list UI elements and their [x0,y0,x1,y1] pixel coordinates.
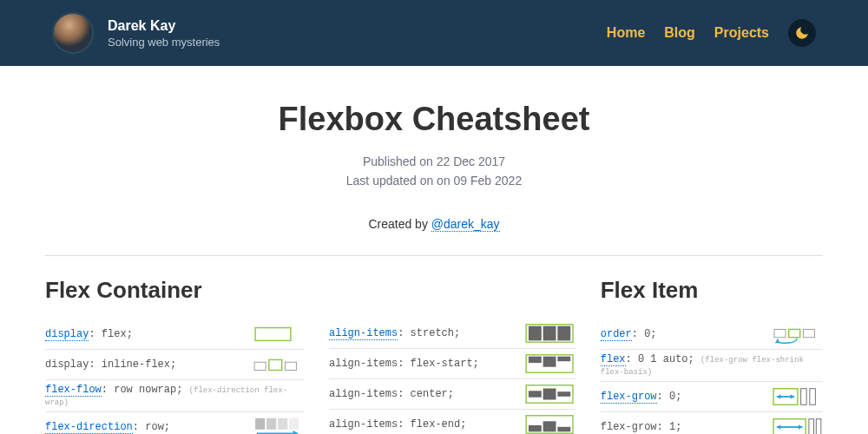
svg-marker-9 [293,430,299,434]
svg-rect-35 [810,388,816,404]
nav-blog[interactable]: Blog [664,25,695,41]
svg-marker-32 [777,394,781,399]
svg-rect-27 [789,329,800,337]
prop-row: align-items: flex-end; [329,410,576,434]
prop-row: display: inline-flex; [45,350,305,380]
prop-row: flex-flow: row nowrap; (flex-direction f… [45,380,305,412]
site-header: Darek Kay Solving web mysteries Home Blo… [0,0,868,66]
nav-home[interactable]: Home [607,25,645,41]
prop-link[interactable]: display [45,328,89,341]
section-heading-item: Flex Item [601,277,823,304]
section-heading-container: Flex Container [45,277,305,304]
svg-marker-33 [791,394,795,399]
svg-rect-23 [529,425,542,431]
prop-row: order: 0; [601,319,823,350]
prop-row: align-items: flex-start; [329,349,576,379]
prop-link[interactable]: flex [601,353,626,366]
byline: Created by @darek_kay [45,217,823,231]
prop-link[interactable]: flex-direction [45,421,133,434]
svg-rect-17 [557,356,570,361]
svg-rect-0 [255,327,291,340]
diagram-flex-start [524,352,576,375]
prop-row: align-items: stretch; [329,319,576,349]
prop-row: flex-grow: 1; [601,412,823,434]
svg-rect-28 [803,329,814,337]
update-date: Last updated on on 09 Feb 2022 [45,171,823,190]
svg-rect-21 [557,391,570,397]
svg-rect-41 [816,418,821,434]
diagram-order [771,323,823,345]
avatar [52,12,94,54]
diagram-grow-0 [771,385,823,408]
svg-rect-13 [557,326,570,340]
svg-marker-29 [775,339,780,343]
diagram-center [524,383,576,405]
prop-link[interactable]: flex-grow [601,391,657,404]
diagram-flex-end [524,413,576,434]
svg-rect-19 [529,391,542,397]
svg-rect-5 [266,418,276,430]
diagram-flex [253,323,305,345]
author-link[interactable]: @darek_kay [431,217,500,232]
page-title: Flexbox Cheatsheet [45,101,823,138]
brand[interactable]: Darek Kay Solving web mysteries [52,12,220,54]
nav-projects[interactable]: Projects [714,25,769,41]
prop-row: flex: 0 1 auto; (flex-grow flex-shrink f… [601,350,823,382]
brand-tagline: Solving web mysteries [108,36,220,49]
svg-rect-2 [269,359,282,370]
theme-toggle[interactable] [788,19,816,47]
divider [45,255,823,256]
prop-row: display: flex; [45,319,305,350]
svg-rect-7 [289,418,299,430]
svg-rect-6 [278,418,287,430]
moon-icon [794,25,810,41]
primary-nav: Home Blog Projects [607,19,816,47]
svg-rect-40 [809,418,814,434]
svg-rect-25 [557,427,570,432]
svg-rect-3 [285,362,296,370]
prop-link[interactable]: order [601,328,632,341]
svg-rect-4 [255,418,265,430]
diagram-inline-flex [253,353,305,376]
svg-marker-39 [799,424,803,430]
prop-row: flex-grow: 0; [601,382,823,412]
brand-name: Darek Kay [108,18,220,34]
prop-row: align-items: center; [329,379,576,410]
prop-row: flex-direction: row; [45,412,305,434]
svg-rect-12 [542,326,556,340]
publish-date: Published on 22 Dec 2017 [45,152,823,171]
diagram-grow-1 [771,416,823,434]
svg-rect-15 [529,356,542,362]
svg-rect-26 [774,329,786,337]
diagram-stretch [524,322,576,345]
prop-link[interactable]: align-items [329,327,398,340]
diagram-row [253,416,305,434]
svg-rect-1 [254,362,266,370]
svg-marker-38 [777,424,781,430]
svg-rect-16 [542,356,556,366]
svg-rect-11 [529,326,542,340]
svg-rect-24 [542,421,556,431]
svg-rect-34 [801,388,807,404]
prop-link[interactable]: flex-flow [45,384,102,397]
svg-rect-20 [542,388,556,399]
